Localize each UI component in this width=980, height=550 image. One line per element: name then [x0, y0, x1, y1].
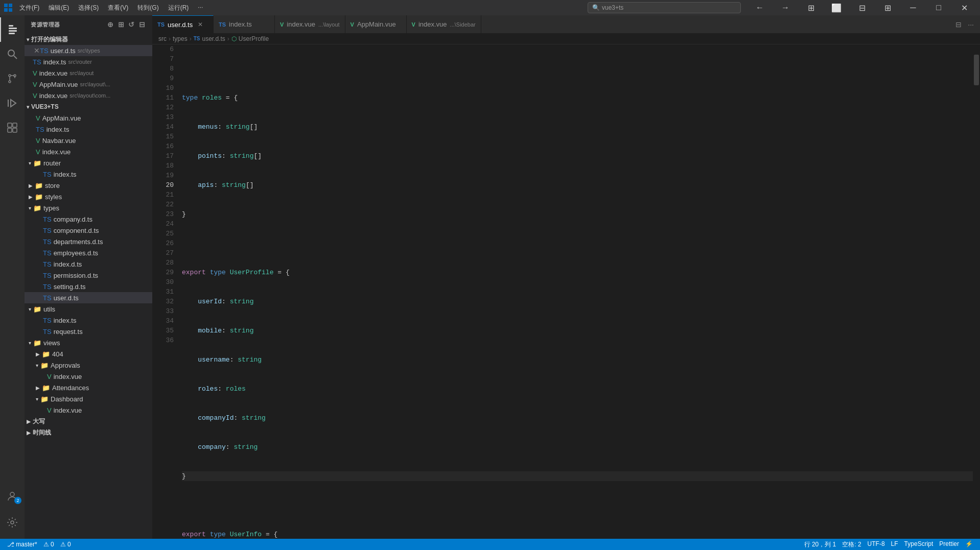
code-content[interactable]: type roles = { menus: string[] points: s… [178, 44, 973, 539]
maximize-button[interactable]: □ [927, 0, 950, 15]
open-editor-user-d-ts[interactable]: ✕ TS user.d.ts src\types [25, 45, 152, 56]
open-editor-index-ts[interactable]: TS index.ts src\router [25, 56, 152, 67]
status-spaces[interactable]: 空格: 2 [839, 540, 864, 549]
tree-navbar-vue[interactable]: V Navbar.vue [25, 135, 152, 146]
section-timeline[interactable]: ▶ 时间线 [25, 427, 152, 438]
tab-index-ts[interactable]: TS index.ts [214, 15, 275, 33]
new-folder-icon[interactable]: ⊞ [117, 19, 126, 30]
status-errors[interactable]: ⚠ 0 [40, 541, 57, 548]
breadcrumb-types[interactable]: types [173, 35, 188, 42]
tree-404-folder[interactable]: ▶ 📁 404 [25, 348, 152, 360]
tree-approvals-index-vue[interactable]: V index.vue [25, 371, 152, 382]
tree-types-folder[interactable]: ▾ 📁 types [25, 202, 152, 213]
warning-icon: ⚠ [60, 541, 66, 548]
ts-file-icon: TS [43, 249, 52, 257]
status-language[interactable]: TypeScript [901, 540, 937, 549]
tab-user-d-ts[interactable]: TS user.d.ts ✕ [152, 15, 214, 33]
open-editor-appmain[interactable]: V AppMain.vue src\layout\... [25, 79, 152, 90]
activity-account[interactable]: 2 [0, 484, 25, 508]
activity-extensions[interactable] [0, 115, 25, 140]
tree-index-ts[interactable]: TS index.ts [25, 124, 152, 135]
tree-component-d-ts[interactable]: TS component.d.ts [25, 225, 152, 236]
nav-back[interactable]: ← [748, 0, 772, 15]
menu-more[interactable]: ··· [194, 3, 207, 13]
tree-store-folder[interactable]: ▶ 📁 store [25, 180, 152, 191]
svg-rect-17 [8, 128, 12, 132]
layout-icon1[interactable]: ⊞ [799, 0, 823, 15]
close-button[interactable]: ✕ [952, 0, 976, 15]
status-cursor-pos[interactable]: 行 20，列 1 [801, 540, 839, 549]
layout-icon2[interactable]: ⬜ [825, 0, 848, 15]
breadcrumb-file[interactable]: user.d.ts [202, 35, 225, 42]
status-warnings[interactable]: ⚠ 0 [57, 541, 74, 548]
status-notification-icon[interactable]: ⚡ [962, 540, 976, 549]
tree-appmain-vue[interactable]: V AppMain.vue [25, 112, 152, 124]
search-bar[interactable]: 🔍 vue3+ts [588, 2, 741, 13]
menu-view[interactable]: 查看(V) [104, 3, 132, 13]
tree-styles-folder[interactable]: ▶ 📁 styles [25, 191, 152, 202]
open-editor-index-vue[interactable]: V index.vue src\layout [25, 67, 152, 79]
refresh-icon[interactable]: ↺ [127, 19, 136, 30]
minimize-button[interactable]: ─ [901, 0, 925, 15]
tree-approvals-folder[interactable]: ▾ 📁 Approvals [25, 360, 152, 371]
more-actions-icon[interactable]: ··· [966, 19, 976, 30]
tab-index-vue-sidebar[interactable]: V index.vue ...\Sidebar [407, 15, 481, 33]
collapse-all-icon[interactable]: ⊟ [138, 19, 147, 30]
scrollbar-thumb[interactable] [974, 55, 979, 85]
tree-employees-d-ts[interactable]: TS employees.d.ts [25, 247, 152, 258]
open-editor-index-vue2[interactable]: V index.vue src\layout\com... [25, 90, 152, 101]
activity-search[interactable] [0, 42, 25, 66]
line-num-19: 19 [156, 171, 174, 180]
tree-request-ts[interactable]: TS request.ts [25, 326, 152, 337]
breadcrumb-src[interactable]: src [158, 35, 167, 42]
nav-forward[interactable]: → [774, 0, 797, 15]
activity-git[interactable] [0, 66, 25, 91]
tree-views-folder[interactable]: ▾ 📁 views [25, 337, 152, 348]
tree-departments-d-ts[interactable]: TS departments.d.ts [25, 236, 152, 247]
activity-run[interactable] [0, 91, 25, 115]
status-encoding[interactable]: UTF-8 [865, 540, 888, 549]
activity-explorer[interactable] [0, 17, 25, 42]
split-editor-icon[interactable]: ⊟ [953, 19, 964, 30]
tree-setting-d-ts[interactable]: TS setting.d.ts [25, 281, 152, 292]
tree-company-d-ts[interactable]: TS company.d.ts [25, 213, 152, 225]
menu-file[interactable]: 文件(F) [15, 3, 43, 13]
status-branch[interactable]: ⎇ master* [4, 541, 40, 548]
menu-select[interactable]: 选择(S) [74, 3, 103, 13]
tree-permission-d-ts[interactable]: TS permission.d.ts [25, 270, 152, 281]
folder-label: 404 [52, 350, 63, 358]
section-open-editors[interactable]: ▾ 打开的编辑器 [25, 34, 152, 45]
line-num-34: 34 [156, 316, 174, 326]
breadcrumb-ts-icon: TS [194, 36, 200, 41]
menu-run[interactable]: 运行(R) [164, 3, 193, 13]
tree-dashboard-index-vue[interactable]: V index.vue [25, 404, 152, 416]
menu-edit[interactable]: 编辑(E) [44, 3, 73, 13]
menu-goto[interactable]: 转到(G) [133, 3, 162, 13]
section-project[interactable]: ▾ VUE3+TS [25, 101, 152, 112]
tree-user-d-ts[interactable]: TS user.d.ts [25, 292, 152, 303]
tree-router-index-ts[interactable]: TS index.ts [25, 169, 152, 180]
status-formatter[interactable]: Prettier [936, 540, 962, 549]
tree-utils-folder[interactable]: ▾ 📁 utils [25, 303, 152, 315]
layout-icon3[interactable]: ⊟ [850, 0, 874, 15]
activity-settings[interactable] [0, 510, 25, 535]
folder-icon: 📁 [42, 384, 50, 392]
section-daxie[interactable]: ▶ 大写 [25, 416, 152, 427]
tree-index-d-ts[interactable]: TS index.d.ts [25, 258, 152, 270]
tree-router-folder[interactable]: ▾ 📁 router [25, 157, 152, 169]
tree-index-vue[interactable]: V index.vue [25, 146, 152, 157]
tab-appmain-vue[interactable]: V AppMain.vue [345, 15, 407, 33]
sidebar: 资源管理器 ⊕ ⊞ ↺ ⊟ ▾ 打开的编辑器 ✕ TS user.d.ts sr… [25, 15, 152, 539]
file-label: setting.d.ts [54, 283, 86, 291]
new-file-icon[interactable]: ⊕ [106, 19, 115, 30]
status-eol[interactable]: LF [888, 540, 901, 549]
layout-icon4[interactable]: ⊞ [876, 0, 899, 15]
tree-utils-index-ts[interactable]: TS index.ts [25, 315, 152, 326]
breadcrumb-symbol[interactable]: UserProfile [239, 35, 269, 42]
tab-index-vue-layout[interactable]: V index.vue ...\layout [275, 15, 345, 33]
file-label: permission.d.ts [54, 272, 98, 279]
tree-dashboard-folder[interactable]: ▾ 📁 Dashboard [25, 393, 152, 404]
tab-close-icon[interactable]: ✕ [198, 21, 203, 28]
tree-attendances-folder[interactable]: ▶ 📁 Attendances [25, 382, 152, 393]
close-icon[interactable]: ✕ [34, 46, 40, 55]
